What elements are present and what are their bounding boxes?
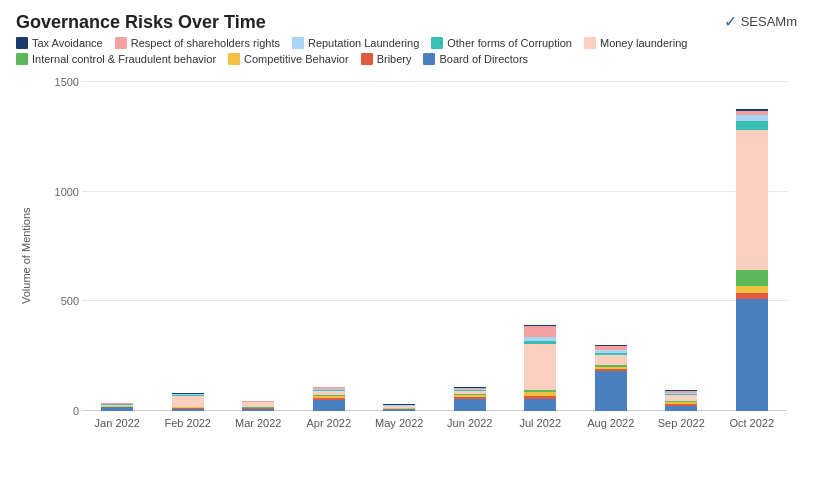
y-axis-tick-label: 1000 bbox=[44, 186, 79, 198]
chart-title: Governance Risks Over Time bbox=[16, 12, 266, 33]
x-axis-label: Jul 2022 bbox=[505, 413, 576, 441]
bar-segment bbox=[736, 270, 768, 286]
chart-area: Volume of Mentions 050010001500 Jan 2022… bbox=[16, 71, 797, 441]
bar-group bbox=[223, 71, 294, 411]
y-axis-tick-label: 0 bbox=[44, 405, 79, 417]
legend-label: Tax Avoidance bbox=[32, 37, 103, 49]
legend-swatch bbox=[16, 53, 28, 65]
legend-label: Other forms of Corruption bbox=[447, 37, 572, 49]
y-axis-tick-label: 1500 bbox=[44, 76, 79, 88]
x-axis-label: Jun 2022 bbox=[435, 413, 506, 441]
logo: ✓ SESAMm bbox=[724, 12, 797, 31]
x-axis-label: Sep 2022 bbox=[646, 413, 717, 441]
bar-group bbox=[153, 71, 224, 411]
bar-segment bbox=[313, 400, 345, 411]
legend-item: Reputation Laundering bbox=[292, 37, 419, 49]
legend-label: Competitive Behavior bbox=[244, 53, 349, 65]
legend-item: Internal control & Fraudulent behavior bbox=[16, 53, 216, 65]
legend-item: Tax Avoidance bbox=[16, 37, 103, 49]
bar-stack bbox=[665, 390, 697, 411]
y-axis-label: Volume of Mentions bbox=[16, 71, 36, 441]
chart-header: Governance Risks Over Time ✓ SESAMm bbox=[16, 12, 797, 33]
bar-group bbox=[435, 71, 506, 411]
legend-item: Competitive Behavior bbox=[228, 53, 349, 65]
bar-stack bbox=[524, 325, 556, 411]
x-axis-label: Mar 2022 bbox=[223, 413, 294, 441]
legend-label: Respect of shareholders rights bbox=[131, 37, 280, 49]
bar-segment bbox=[524, 326, 556, 337]
legend-swatch bbox=[292, 37, 304, 49]
bar-segment bbox=[736, 121, 768, 130]
bar-segment bbox=[736, 299, 768, 411]
x-axis-label: Apr 2022 bbox=[294, 413, 365, 441]
bar-stack bbox=[454, 387, 486, 411]
bar-segment bbox=[101, 407, 133, 411]
bars-area bbox=[82, 71, 787, 411]
y-axis-tick-label: 500 bbox=[44, 295, 79, 307]
x-axis-label: May 2022 bbox=[364, 413, 435, 441]
x-axis-label: Aug 2022 bbox=[576, 413, 647, 441]
legend-label: Bribery bbox=[377, 53, 412, 65]
chart-legend: Tax AvoidanceRespect of shareholders rig… bbox=[16, 37, 797, 65]
x-labels: Jan 2022Feb 2022Mar 2022Apr 2022May 2022… bbox=[82, 413, 787, 441]
legend-item: Money laundering bbox=[584, 37, 687, 49]
legend-swatch bbox=[228, 53, 240, 65]
bar-segment bbox=[524, 399, 556, 411]
legend-swatch bbox=[16, 37, 28, 49]
logo-icon: ✓ bbox=[724, 12, 737, 31]
legend-item: Respect of shareholders rights bbox=[115, 37, 280, 49]
x-axis-label: Jan 2022 bbox=[82, 413, 153, 441]
legend-item: Other forms of Corruption bbox=[431, 37, 572, 49]
bar-segment bbox=[172, 409, 204, 411]
bar-group bbox=[82, 71, 153, 411]
bar-stack bbox=[242, 401, 274, 411]
x-axis-label: Oct 2022 bbox=[717, 413, 788, 441]
bar-segment bbox=[595, 371, 627, 411]
legend-swatch bbox=[423, 53, 435, 65]
chart-inner: 050010001500 Jan 2022Feb 2022Mar 2022Apr… bbox=[44, 71, 797, 441]
legend-label: Money laundering bbox=[600, 37, 687, 49]
bar-segment bbox=[242, 409, 274, 411]
legend-swatch bbox=[115, 37, 127, 49]
bar-segment bbox=[172, 396, 204, 407]
bar-stack bbox=[313, 387, 345, 411]
bar-stack bbox=[595, 345, 627, 411]
bar-stack bbox=[383, 404, 415, 411]
bar-segment bbox=[736, 286, 768, 293]
legend-label: Internal control & Fraudulent behavior bbox=[32, 53, 216, 65]
bar-group bbox=[364, 71, 435, 411]
bar-group bbox=[294, 71, 365, 411]
x-axis-label: Feb 2022 bbox=[153, 413, 224, 441]
legend-item: Bribery bbox=[361, 53, 412, 65]
bar-group bbox=[646, 71, 717, 411]
legend-item: Board of Directors bbox=[423, 53, 528, 65]
logo-text: SESAMm bbox=[741, 14, 797, 29]
bar-segment bbox=[454, 399, 486, 411]
bar-segment bbox=[665, 406, 697, 411]
main-container: Governance Risks Over Time ✓ SESAMm Tax … bbox=[0, 0, 813, 504]
bar-stack bbox=[101, 403, 133, 411]
legend-swatch bbox=[361, 53, 373, 65]
bar-group bbox=[576, 71, 647, 411]
legend-swatch bbox=[431, 37, 443, 49]
bar-stack bbox=[172, 393, 204, 411]
bar-segment bbox=[383, 409, 415, 411]
bar-segment bbox=[595, 355, 627, 365]
bar-segment bbox=[736, 130, 768, 270]
bar-group bbox=[505, 71, 576, 411]
legend-label: Reputation Laundering bbox=[308, 37, 419, 49]
legend-swatch bbox=[584, 37, 596, 49]
bar-group bbox=[717, 71, 788, 411]
bar-stack bbox=[736, 109, 768, 411]
legend-label: Board of Directors bbox=[439, 53, 528, 65]
bar-segment bbox=[524, 344, 556, 390]
